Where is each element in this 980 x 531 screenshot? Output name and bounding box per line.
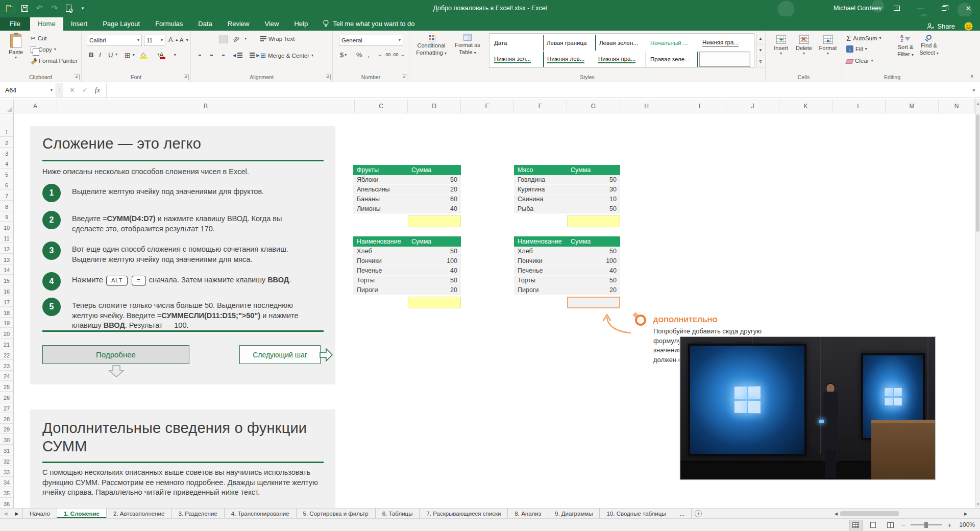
cell-style-Нижняя пра...[interactable]: Нижняя пра... [595, 52, 646, 67]
format-painter-button[interactable]: Format Painter [31, 58, 78, 64]
cell-label[interactable]: Пончики [514, 257, 567, 264]
restore-button[interactable] [932, 0, 955, 16]
formula-bar-expand-icon[interactable]: ▼ [968, 83, 980, 98]
column-header-B[interactable]: B [57, 99, 355, 113]
row-header-27[interactable]: 27 [0, 402, 13, 413]
ribbon-display-options-button[interactable]: ↑ [885, 0, 909, 16]
merge-center-button[interactable]: ⊞Merge & Center▾ [260, 52, 313, 59]
scroll-down-icon[interactable]: ▼ [975, 500, 980, 508]
cell-label[interactable]: Яблоки [353, 176, 408, 183]
cancel-icon[interactable]: ✕ [69, 86, 75, 94]
cut-button[interactable]: ✂Cut [31, 35, 47, 42]
row-header-10[interactable]: 10 [0, 222, 13, 232]
zoom-slider-thumb[interactable] [924, 522, 928, 528]
row-header-30[interactable]: 30 [0, 434, 13, 445]
next-step-button[interactable]: Следующий шаг [239, 345, 321, 364]
cell-style-Нижняя зел...[interactable]: Нижняя зел... [491, 52, 542, 67]
cell-label[interactable]: Говядина [514, 176, 567, 183]
row-header-31[interactable]: 31 [0, 445, 13, 455]
table-row[interactable]: Пироги20 [353, 285, 461, 295]
row-header-20[interactable]: 20 [0, 328, 13, 339]
table-row[interactable]: Хлеб50 [514, 247, 620, 256]
shrink-font-button[interactable]: A▼ [180, 37, 189, 43]
row-header-36[interactable]: 36 [0, 498, 13, 509]
gallery-up-icon[interactable]: ▲ [756, 33, 765, 45]
orientation-caret[interactable]: ▾ [244, 37, 247, 40]
cell-label[interactable]: Торты [353, 277, 408, 284]
column-header-K[interactable]: K [779, 99, 832, 113]
horizontal-scroll-thumb[interactable] [840, 511, 899, 516]
cell-style-empty[interactable] [699, 52, 750, 67]
vertical-scroll-thumb[interactable] [976, 114, 979, 232]
sort-filter-button[interactable]: AZ Sort & Filter ▾ [894, 35, 917, 57]
cell-value[interactable]: 50 [408, 277, 461, 284]
orientation-button[interactable]: ab [230, 33, 242, 45]
cell-label[interactable]: Лимоны [353, 205, 408, 212]
page-layout-view-button[interactable] [867, 520, 879, 530]
sheet-tab-6-Таблицы[interactable]: 6. Таблицы [376, 509, 420, 518]
account-user-name[interactable]: Michael Gordeev [834, 0, 882, 16]
save-icon[interactable] [21, 5, 28, 12]
row-header-1[interactable]: 1 [0, 113, 13, 137]
row-header-25[interactable]: 25 [0, 381, 13, 392]
row-header-32[interactable]: 32 [0, 455, 13, 466]
gallery-down-icon[interactable]: ▼ [756, 45, 765, 57]
font-family-select[interactable]: Calibri▾ [87, 35, 142, 46]
tab-file[interactable]: File [0, 17, 30, 31]
sheet-nav-right-icon[interactable]: ▶ [11, 509, 22, 518]
table-row[interactable]: Хлеб50 [353, 247, 461, 256]
row-header-18[interactable]: 18 [0, 307, 13, 318]
conditional-formatting-button[interactable]: Conditional Formatting ▾ [413, 34, 449, 56]
insert-function-icon[interactable]: fx [95, 86, 100, 94]
cell-label[interactable]: Пончики [353, 257, 408, 264]
cell-label[interactable]: Курятина [514, 186, 567, 193]
format-as-table-button[interactable]: Format as Table ▾ [451, 34, 484, 55]
table-row[interactable]: Печенье40 [353, 266, 461, 276]
align-left-button[interactable] [196, 51, 204, 59]
cell-value[interactable]: 50 [408, 248, 461, 255]
sheet-tab-3-Разделение[interactable]: 3. Разделение [172, 509, 224, 518]
sheet-tab-7-Раскрывающиеся-списки[interactable]: 7. Раскрывающиеся списки [420, 509, 508, 518]
page-break-view-button[interactable] [885, 520, 897, 530]
cell-value[interactable]: 50 [567, 248, 620, 255]
table-row[interactable]: Печенье40 [514, 266, 620, 276]
table-row[interactable]: Бананы60 [353, 195, 461, 204]
print-preview-icon[interactable] [66, 5, 71, 12]
percent-style-button[interactable]: % [356, 51, 362, 59]
decrease-indent-button[interactable]: ◀ [231, 52, 244, 59]
cell-label[interactable]: Торты [514, 277, 567, 284]
answer-cell-yellow[interactable] [408, 297, 461, 308]
column-header-D[interactable]: D [408, 99, 461, 113]
answer-cell-selected[interactable] [567, 297, 620, 308]
feedback-smiley-icon[interactable] [964, 22, 973, 31]
cell-value[interactable]: 40 [408, 267, 461, 274]
undo-icon[interactable]: ↶ [35, 4, 43, 12]
align-middle-button[interactable] [208, 35, 215, 43]
scroll-up-icon[interactable]: ▲ [975, 99, 980, 107]
zoom-in-button[interactable]: + [947, 521, 951, 529]
cell-style-Левая граница[interactable]: Левая граница [543, 35, 594, 51]
row-header-33[interactable]: 33 [0, 466, 13, 477]
column-header-G[interactable]: G [567, 99, 620, 113]
number-format-select[interactable]: General▾ [339, 35, 403, 46]
cell-style-Начальный ...[interactable]: Начальный ... [647, 35, 698, 51]
new-sheet-button[interactable]: + [692, 509, 705, 518]
table-row[interactable]: Торты50 [514, 276, 620, 285]
tab-formulas[interactable]: Formulas [148, 17, 190, 31]
wrap-text-button[interactable]: Wrap Text [260, 36, 295, 42]
table-row[interactable]: Пончики100 [353, 256, 461, 266]
cell-label[interactable]: Печенье [353, 267, 408, 274]
cell-value[interactable]: 50 [567, 205, 620, 212]
row-header-16[interactable]: 16 [0, 285, 13, 296]
select-all-corner[interactable] [0, 99, 14, 113]
cell-label[interactable]: Апельсины [353, 186, 408, 193]
table-row[interactable]: Свинина10 [514, 195, 620, 204]
table-row[interactable]: Курятина30 [514, 185, 620, 195]
horizontal-scrollbar[interactable]: ◀ ▶ [832, 509, 970, 519]
column-header-E[interactable]: E [461, 99, 514, 113]
open-icon[interactable] [6, 7, 14, 12]
sheet-tab-10-Сводные-таблицы[interactable]: 10. Сводные таблицы [600, 509, 673, 518]
align-bottom-button[interactable] [219, 35, 227, 43]
tab-review[interactable]: Review [220, 17, 257, 31]
cell-value[interactable]: 40 [567, 267, 620, 274]
